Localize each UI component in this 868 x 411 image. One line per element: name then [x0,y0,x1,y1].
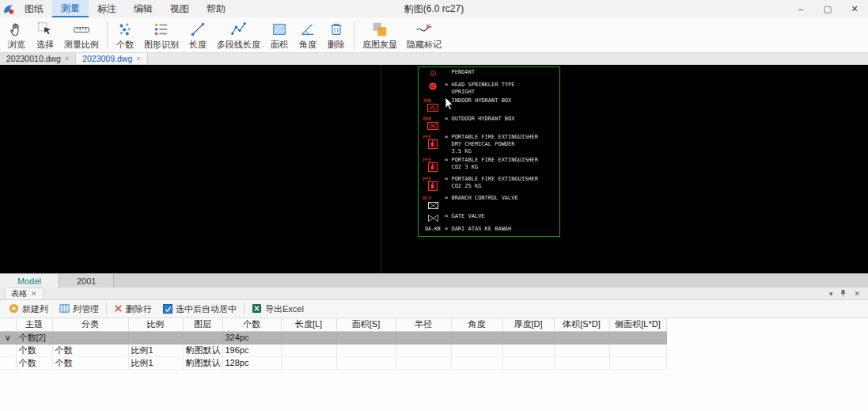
column-header-layer[interactable]: 图层 [183,318,222,331]
column-header-thickness[interactable]: 厚度[D] [502,318,554,331]
area-button[interactable]: 面积 [265,18,294,52]
menu-tab-drawing[interactable]: 图纸 [16,0,52,17]
select-cursor-icon [36,21,54,38]
length-button[interactable]: 长度 [184,18,212,52]
doc-tab-20230010[interactable]: 20230010.dwg × [0,53,76,64]
menu-tab-annotate[interactable]: 标注 [89,0,125,17]
delete-row-button[interactable]: 删除行 [110,302,156,317]
measure-scale-button[interactable]: 测量比例 [59,18,104,52]
hand-pan-icon [8,21,25,38]
doc-tab-2023009[interactable]: 2023009.dwg × [76,53,147,64]
column-header-side-area[interactable]: 侧面积[L*D] [609,318,666,331]
ribbon-toolbar: 浏览 选择 测量比例 个数 图形识别 长度 多段线长度 面积 [0,17,868,53]
cell-topic: 个数 [16,356,52,369]
auto-center-toggle[interactable]: 选中后自动居中 [159,302,241,317]
cell-length [281,344,336,356]
manage-columns-label: 列管理 [73,303,99,315]
layout-tab-2001[interactable]: 2001 [59,274,114,287]
hide-marks-button[interactable]: 隐藏标记 [402,18,446,52]
cell-radius [396,344,451,356]
symbol-code-label: BCV [421,195,431,200]
export-excel-button[interactable]: 导出Excel [248,302,308,317]
cell-volume [554,331,609,344]
close-button[interactable]: ✕ [841,0,868,17]
column-header-area[interactable]: 面积[S] [336,318,396,331]
doc-tab-label: 2023009.dwg [82,54,132,63]
maximize-button[interactable]: ▢ [814,0,841,17]
cell-topic: 个数[2] [16,331,52,344]
column-header-category[interactable]: 分类 [52,318,128,331]
tab-close-icon[interactable]: × [65,55,69,63]
cell-area [336,344,396,356]
column-header-count[interactable]: 个数 [222,318,281,331]
column-header-radius[interactable]: 半径 [396,318,451,331]
menu-tab-measure[interactable]: 测量 [52,0,89,17]
menu-tab-help[interactable]: 帮助 [198,0,234,17]
delete-label: 删除 [328,39,345,51]
minimize-button[interactable]: – [787,0,814,17]
column-header-topic[interactable]: 主题 [16,318,52,331]
drawing-canvas[interactable]: PENDANT = HEAD SPRINKLER TYPE UPRIGHT JH… [0,65,868,273]
cell-layer: 豹图默认 [183,344,222,356]
column-header-angle[interactable]: 角度 [451,318,502,331]
angle-label: 角度 [299,39,316,51]
panel-pin-icon[interactable] [840,289,847,299]
polyline-icon [230,21,248,38]
delete-button[interactable]: 删除 [322,18,351,52]
shape-recognition-label: 图形识别 [144,39,179,51]
indoor-hydrant-box-symbol [427,103,438,114]
column-header-volume[interactable]: 体积[S*D] [554,318,609,331]
results-table-area: 主题 分类 比例 图层 个数 长度[L] 面积[S] 半径 角度 厚度[D] 体… [0,318,868,411]
cell-count: 324pc [222,331,281,344]
polyline-length-button[interactable]: 多段线长度 [212,18,265,52]
table-row[interactable]: 个数 个数 比例1 豹图默认 196pc [0,344,666,356]
collapse-arrow-icon[interactable]: ∨ [0,331,16,344]
ruler-icon [73,21,90,38]
legend-item: = GATE VALVE [421,213,557,224]
symbol-code-label: PFE [421,176,431,181]
gray-basemap-button[interactable]: 底图灰显 [358,18,402,52]
table-panel-title: 表格 [11,288,27,299]
cell-angle [451,344,502,356]
cell-thickness [502,331,554,344]
count-button[interactable]: 个数 [111,18,139,52]
column-header-length[interactable]: 长度[L] [281,318,336,331]
fire-extinguisher-symbol [428,181,438,193]
layout-tab-model[interactable]: Model [0,274,59,287]
area-hatch-icon [271,21,288,38]
cell-volume [554,344,609,356]
browse-button[interactable]: 浏览 [2,18,31,52]
menu-tab-view[interactable]: 视图 [161,0,198,17]
menu-tab-edit[interactable]: 编辑 [125,0,161,17]
select-label: 选择 [36,39,54,51]
angle-button[interactable]: 角度 [294,18,322,52]
cell-length [281,331,336,344]
legend-item: PFE = PORTABLE FIRE EXTINGUISHER DRY CHE… [421,134,557,155]
symbol-code-label: JHB [421,97,431,103]
new-column-button[interactable]: 新建列 [5,302,52,317]
panel-close-icon[interactable]: ✕ [854,290,860,298]
table-panel-toolbar: 新建列 列管理 删除行 选中后自动居中 导出Excel [0,300,868,318]
panel-dropdown-icon[interactable]: ▾ [829,290,833,298]
new-column-label: 新建列 [22,303,48,315]
select-button[interactable]: 选择 [31,18,59,52]
panel-tab-close-icon[interactable]: ✕ [31,290,37,298]
sprinkler-pendant-symbol [429,69,438,80]
table-panel-header: 表格 ✕ ▾ ✕ [0,287,868,300]
toolbar-separator [244,303,244,314]
cell-side-area [609,331,666,344]
shape-recognition-button[interactable]: 图形识别 [139,18,184,52]
auto-center-checkbox[interactable] [163,304,172,314]
gray-basemap-label: 底图灰显 [362,39,397,51]
area-label: 面积 [271,39,288,51]
manage-columns-button[interactable]: 列管理 [55,302,103,317]
cell-thickness [502,344,554,356]
menu-bar: 图纸 测量 标注 编辑 视图 帮助 [16,0,234,17]
table-group-row[interactable]: ∨ 个数[2] 324pc [0,331,666,344]
manage-columns-icon [59,303,70,315]
table-row[interactable]: 个数 个数 比例1 豹图默认 128pc [0,356,666,369]
column-header-scale[interactable]: 比例 [128,318,183,331]
tab-close-icon[interactable]: × [136,55,140,63]
table-panel-tab[interactable]: 表格 ✕ [5,287,44,299]
length-label: 长度 [189,39,207,51]
